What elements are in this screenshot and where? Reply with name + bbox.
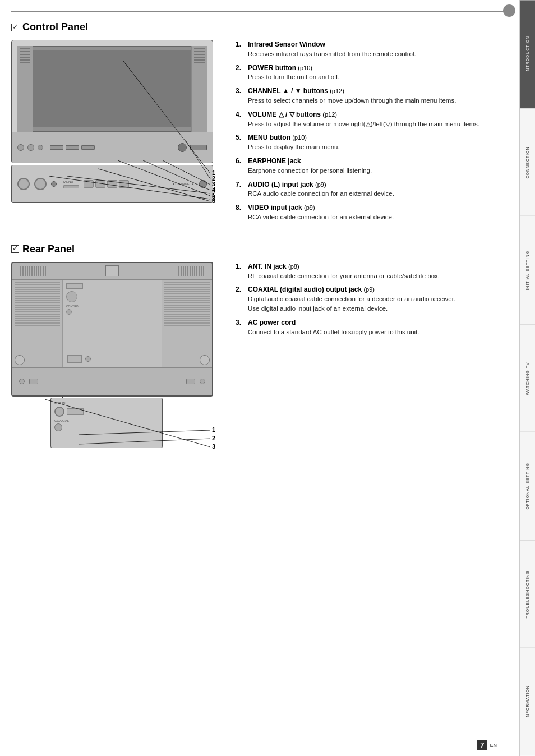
list-item: 4. VOLUME △ / ▽ buttons (p12) Press to a… (236, 110, 508, 129)
list-item: 6. EARPHONE jack Earphone connection for… (236, 156, 508, 176)
svg-text:3: 3 (212, 443, 215, 450)
sidebar-tab-connection[interactable]: CONNECTION (520, 108, 535, 216)
control-panel-descriptions: 1. Infrared Sensor Window Receives infra… (236, 40, 508, 227)
control-panel-checkbox-icon (11, 24, 19, 31)
control-panel-heading: Control Panel (11, 21, 508, 33)
sidebar-tab-introduction[interactable]: INTRODUCTION (520, 0, 535, 108)
control-panel-title: Control Panel (22, 21, 88, 33)
list-item: 1. Infrared Sensor Window Receives infra… (236, 40, 508, 59)
rear-panel-title: Rear Panel (22, 243, 75, 255)
rear-panel-diagram: CONTROL (11, 262, 224, 448)
list-item: 3. AC power cord Connect to a standard A… (236, 318, 508, 337)
list-item: 8. VIDEO input jack (p9) RCA video cable… (236, 203, 508, 222)
list-item: 2. POWER button (p10) Press to turn the … (236, 63, 508, 82)
svg-text:1: 1 (212, 426, 215, 433)
control-panel-diagram: MENU ▲CHANNEL▲ (11, 40, 224, 227)
control-panel-section: MENU ▲CHANNEL▲ (11, 40, 508, 227)
sidebar-tab-initial-setting[interactable]: INITIAL SETTING (520, 216, 535, 324)
sidebar-tab-optional-setting[interactable]: OPTIONAL SETTING (520, 432, 535, 540)
list-item: 5. MENU button (p10) Press to display th… (236, 133, 508, 152)
rear-panel-section: CONTROL (11, 262, 508, 448)
sidebar-tab-information[interactable]: INFORMATION (520, 648, 535, 756)
rear-panel-descriptions: 1. ANT. IN jack (p8) RF coaxial cable co… (236, 262, 508, 448)
list-item: 7. AUDIO (L) input jack (p9) RCA audio c… (236, 180, 508, 199)
sidebar: INTRODUCTION CONNECTION INITIAL SETTING … (519, 0, 535, 756)
top-circle-decoration (503, 4, 515, 17)
list-item: 1. ANT. IN jack (p8) RF coaxial cable co… (236, 262, 508, 281)
page-number: 7 EN (477, 740, 497, 750)
sidebar-tab-troubleshooting[interactable]: TROUBLESHOOTING (520, 540, 535, 648)
list-item: 3. CHANNEL ▲ / ▼ buttons (p12) Press to … (236, 86, 508, 105)
rear-panel-heading: Rear Panel (11, 243, 508, 255)
svg-text:2: 2 (212, 435, 215, 441)
sidebar-tab-watching-tv[interactable]: WATCHING TV (520, 324, 535, 432)
rear-panel-checkbox-icon (11, 245, 19, 253)
list-item: 2. COAXIAL (digital audio) output jack (… (236, 285, 508, 313)
